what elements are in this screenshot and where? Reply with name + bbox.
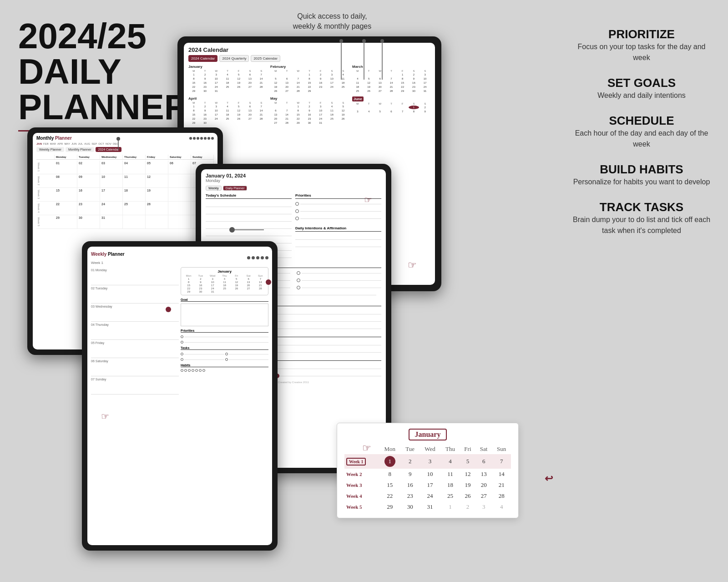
calendar-months-grid: January MTWTFSS 1234567 891011121314 151…	[188, 65, 430, 125]
feature-track-tasks-desc: Brain dump your to do list and tick off …	[569, 214, 714, 236]
jump-week-2: Week 2 891011121314	[344, 469, 511, 480]
jump-calendar-table: Mon Tue Wed Thu Fri Sat Sun Week 1 1 234…	[344, 444, 511, 512]
cal-month-may: May MTWTFSS 12345 6789101112 13141516171…	[270, 96, 349, 125]
weekly-days-column: 01 Monday 02 Tuesday 03 Wednesday 04 Thu…	[91, 267, 179, 395]
weekly-day-friday: 05 Friday	[91, 340, 179, 358]
weekly-right-column: January MonTueWedThuFriSatSun 1234567 89…	[181, 267, 268, 395]
feature-set-goals: SET GOALS Weekly and daily intentions	[569, 76, 714, 101]
weekly-content: Weekly Planner Week 1 0	[87, 247, 272, 397]
monthly-grid-header: Monday Tuesday Wednesday Thursday Friday…	[36, 155, 214, 160]
daily-header: January 01, 2024 Monday	[206, 173, 381, 183]
weekly-goal-box	[181, 304, 268, 326]
cal-month-june: June MTWTFSS 12 3456789	[352, 96, 430, 125]
hand-cursor-jump: ☞	[362, 442, 371, 454]
feature-prioritize-desc: Focus on your top tasks for the day and …	[569, 41, 714, 63]
daily-nav: Weekly Daily Planner	[206, 186, 381, 191]
monthly-row-2: Week 2 08 09 10 11 12	[36, 174, 214, 188]
features-panel: PRIORITIZE Focus on your top tasks for t…	[555, 18, 728, 258]
cal-month-january: January MTWTFSS 1234567 891011121314 151…	[188, 65, 267, 93]
daily-day: Monday	[206, 178, 381, 183]
jump-box-container: QUICKLY JUMP TO ANY DAYOR WEEK OF THE MO…	[355, 441, 537, 555]
weekly-body: 01 Monday 02 Tuesday 03 Wednesday 04 Thu…	[91, 267, 268, 395]
weekly-habits-title: Habits	[181, 364, 268, 367]
monthly-row-5: Week 5 29 30 31	[36, 215, 214, 229]
feature-prioritize-title: PRIORITIZE	[569, 27, 714, 41]
feature-schedule-desc: Each hour of the day and each day of the…	[569, 128, 714, 150]
cal-month-february: February MTWTFSS 1234 567891011 12131415…	[270, 65, 349, 93]
jump-week-1: Week 1 1 234567	[344, 454, 511, 469]
feature-build-habits-title: BUILD HABITS	[569, 162, 714, 177]
weekly-day-sunday: 07 Sunday	[91, 376, 179, 395]
weekly-goal-title: Goal	[181, 298, 268, 302]
weekly-screen: Weekly Planner Week 1 0	[87, 247, 272, 545]
weekly-habits-dots	[181, 369, 268, 372]
hand-cursor-weekly: ☞	[101, 411, 109, 422]
weekly-priorities-title: Priorities	[181, 329, 268, 333]
jump-month-row: January	[344, 429, 511, 440]
feature-track-tasks-title: TRACK TASKS	[569, 200, 714, 214]
tablet-weekly: Weekly Planner Week 1 0	[82, 241, 278, 551]
weekly-icons	[247, 256, 268, 259]
cal-nav-btn-2024[interactable]: 2024 Calendar	[188, 55, 217, 62]
daily-schedule-title: Today's Schedule	[206, 193, 292, 199]
monthly-row-3: Week 3 15 16 17 18 19	[36, 188, 214, 202]
daily-date: January 01, 2024	[206, 173, 381, 178]
weekly-day-thursday: 04 Thursday	[91, 322, 179, 340]
weekly-tasks-title: Tasks	[181, 346, 268, 350]
monthly-nav-weekly[interactable]: Weekly Planner	[36, 147, 64, 152]
jump-week-5: Week 5 293031 1234	[344, 501, 511, 512]
daily-nav-weekly[interactable]: Weekly	[206, 186, 222, 191]
jump-month-name: January	[409, 429, 447, 440]
weekly-day-tuesday: 02 Tuesday	[91, 285, 179, 304]
jump-table-body: Week 1 1 234567 Week 2 891011121314 Week…	[344, 454, 511, 512]
hand-cursor-daily: ☞	[364, 194, 372, 205]
weekly-day-wednesday: 03 Wednesday	[91, 304, 179, 322]
feature-schedule-title: SCHEDULE	[569, 114, 714, 128]
feature-schedule: SCHEDULE Each hour of the day and each d…	[569, 114, 714, 150]
cal-nav-btn-2025[interactable]: 2025 Calendar	[251, 55, 280, 62]
monthly-months-row: JAN FEBMARAPRMAYJUNJULAUGSEPOCTNOVDEC	[36, 142, 214, 145]
weekly-mini-calendar: January MonTueWedThuFriSatSun 1234567 89…	[181, 267, 268, 295]
monthly-icons	[189, 137, 214, 140]
cal-nav-btn-2024-alt[interactable]: 2024 Quarterly	[219, 55, 249, 62]
right-arrow-icon: ↩	[545, 473, 553, 485]
feature-set-goals-title: SET GOALS	[569, 76, 714, 90]
monthly-nav-calendar[interactable]: 2024 Calendar	[96, 147, 122, 152]
cal-month-march: March MTWTFSS 123 45678910 1112131415161…	[352, 65, 430, 93]
feature-prioritize: PRIORITIZE Focus on your top tasks for t…	[569, 27, 714, 63]
monthly-row-1: Week 1 01 02 03 04 05 06 07	[36, 161, 214, 174]
jump-week-4: Week 4 22232425262728	[344, 491, 511, 501]
feature-set-goals-desc: Weekly and daily intentions	[569, 90, 714, 101]
feature-build-habits-desc: Personalize for habits you want to devel…	[569, 177, 714, 187]
weekly-header: Weekly Planner Week 1	[91, 249, 268, 266]
cal-month-april: April MTWTFSS 1234567 891011121314 15161…	[188, 96, 267, 125]
monthly-nav-btns: Weekly Planner Monthly Planner 2024 Cale…	[36, 147, 214, 152]
weekly-day-saturday: 06 Saturday	[91, 358, 179, 376]
feature-track-tasks: TRACK TASKS Brain dump your to do list a…	[569, 200, 714, 236]
monthly-nav-monthly[interactable]: Monthly Planner	[66, 147, 94, 152]
hand-cursor-calendar: ☞	[408, 259, 417, 271]
calendar-title: 2024 Calendar	[188, 46, 430, 53]
weekly-week-label: Week 1	[91, 261, 103, 265]
calendar-nav: 2024 Calendar 2024 Quarterly 2025 Calend…	[188, 55, 430, 62]
daily-nav-daily[interactable]: Daily Planner	[223, 186, 248, 191]
daily-intentions-title: Daily Intentions & Affirmation	[295, 226, 381, 232]
jump-week-3: Week 3 15161718192021	[344, 480, 511, 491]
monthly-title: Monthly Planner	[36, 136, 72, 141]
monthly-header: Monthly Planner	[36, 136, 214, 141]
weekly-day-monday: 01 Monday	[91, 267, 179, 285]
jump-calendar-box: January ☞ Mon Tue Wed Thu Fri Sat Sun We…	[337, 423, 519, 518]
monthly-content: Monthly Planner JAN FEBMARAPRMAYJUNJUL	[33, 133, 217, 232]
monthly-row-4: Week 4 22 23 24 25 26	[36, 202, 214, 215]
calendar-content: 2024 Calendar 2024 Calendar 2024 Quarter…	[184, 43, 435, 128]
feature-build-habits: BUILD HABITS Personalize for habits you …	[569, 162, 714, 187]
weekly-title-area: Weekly Planner Week 1	[91, 249, 125, 266]
